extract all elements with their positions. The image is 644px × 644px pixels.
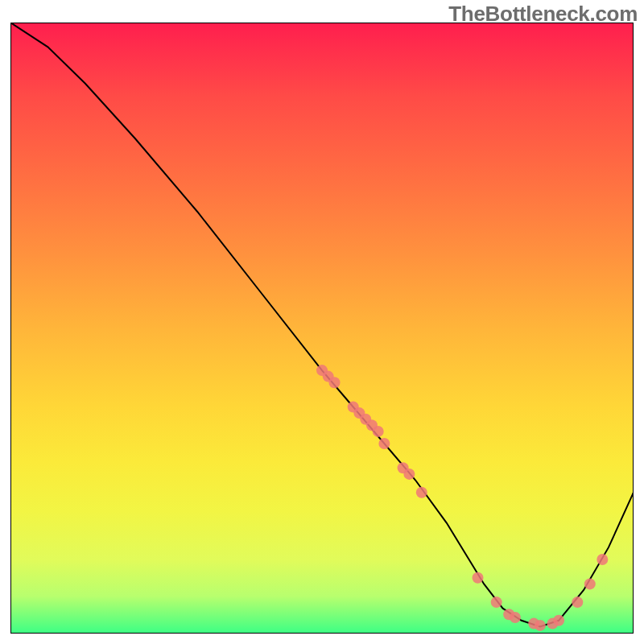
x-axis-line bbox=[10, 633, 634, 634]
y-axis-line bbox=[10, 23, 11, 633]
watermark-text: TheBottleneck.com bbox=[448, 2, 638, 27]
chart-background-gradient bbox=[10, 23, 634, 633]
